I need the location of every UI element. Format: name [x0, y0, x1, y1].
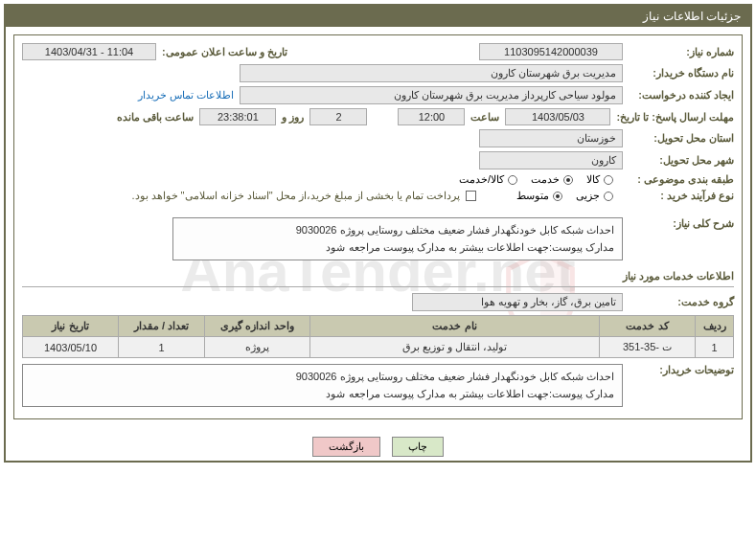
process-label: نوع فرآیند خرید : — [629, 190, 734, 202]
buyer-org-label: نام دستگاه خریدار: — [629, 67, 734, 79]
contact-link[interactable]: اطلاعات تماس خریدار — [138, 89, 234, 102]
th-qty: تعداد / مقدار — [119, 316, 205, 337]
cell-code: ت -35-351 — [600, 337, 696, 358]
button-row: چاپ بازگشت — [6, 427, 750, 461]
service-group-field: تامین برق، گاز، بخار و تهویه هوا — [412, 293, 623, 311]
need-number-label: شماره نیاز: — [629, 46, 734, 58]
announce-label: تاریخ و ساعت اعلان عمومی: — [162, 46, 287, 58]
main-panel: جزئیات اطلاعات نیاز شماره نیاز: 11030951… — [4, 4, 752, 463]
province-label: استان محل تحویل: — [629, 132, 734, 145]
back-button[interactable]: بازگشت — [312, 437, 380, 457]
province-field: خوزستان — [479, 129, 623, 147]
cell-date: 1403/05/10 — [23, 337, 119, 358]
cell-qty: 1 — [119, 337, 205, 358]
panel-title: جزئیات اطلاعات نیاز — [6, 6, 750, 27]
days-label: روز و — [282, 111, 304, 124]
cell-unit: پروژه — [205, 337, 310, 358]
print-button[interactable]: چاپ — [392, 437, 444, 457]
radio-medium-label: متوسط — [516, 190, 549, 202]
city-field: کارون — [479, 151, 623, 169]
payment-note: پرداخت تمام یا بخشی از مبلغ خرید،از محل … — [131, 190, 460, 202]
radio-goods-service-label: کالا/خدمت — [459, 173, 504, 186]
deadline-date-field: 1403/05/03 — [505, 108, 610, 125]
buyer-notes-box: احداث شبکه کابل خودنگهدار فشار ضعیف مختل… — [22, 364, 623, 407]
remaining-time-field: 23:38:01 — [199, 108, 276, 125]
days-field: 2 — [309, 108, 367, 125]
radio-service[interactable]: خدمت — [531, 173, 573, 186]
table-row: 1 ت -35-351 توليد، انتقال و توزيع برق پر… — [23, 337, 734, 358]
th-name: نام خدمت — [310, 316, 600, 337]
service-group-label: گروه خدمت: — [629, 296, 734, 308]
deadline-time-field: 12:00 — [398, 108, 465, 125]
requester-field: مولود سیاحی کارپرداز مدیریت برق شهرستان … — [240, 86, 623, 104]
th-code: کد خدمت — [600, 316, 696, 337]
services-section-title: اطلاعات خدمات مورد نیاز — [22, 266, 734, 287]
general-desc-label: شرح کلی نیاز: — [629, 217, 734, 230]
category-label: طبقه بندی موضوعی : — [629, 173, 734, 186]
process-radio-group: جزیی متوسط — [516, 190, 613, 202]
radio-goods-label: کالا — [586, 173, 600, 186]
th-row: ردیف — [696, 316, 734, 337]
table-header-row: ردیف کد خدمت نام خدمت واحد اندازه گیری ت… — [23, 316, 734, 337]
cell-name: توليد، انتقال و توزيع برق — [310, 337, 600, 358]
requester-label: ایجاد کننده درخواست: — [629, 89, 734, 102]
radio-goods[interactable]: کالا — [586, 173, 613, 186]
general-desc-box: احداث شبکه کابل خودنگهدار فشار ضعیف مختل… — [172, 217, 623, 260]
services-table: ردیف کد خدمت نام خدمت واحد اندازه گیری ت… — [22, 315, 734, 358]
time-label: ساعت — [470, 111, 499, 124]
buyer-org-field: مدیریت برق شهرستان کارون — [240, 64, 623, 82]
announce-field: 1403/04/31 - 11:04 — [22, 43, 156, 60]
radio-goods-service[interactable]: کالا/خدمت — [459, 173, 517, 186]
radio-minor[interactable]: جزیی — [576, 190, 613, 202]
th-unit: واحد اندازه گیری — [205, 316, 310, 337]
panel-body: شماره نیاز: 1103095142000039 تاریخ و ساع… — [13, 34, 743, 419]
remaining-label: ساعت باقی مانده — [117, 111, 194, 124]
buyer-notes-label: توضیحات خریدار: — [629, 364, 734, 376]
th-date: تاریخ نیاز — [23, 316, 119, 337]
radio-service-label: خدمت — [531, 173, 560, 186]
payment-checkbox[interactable] — [466, 191, 476, 201]
deadline-label: مهلت ارسال پاسخ: تا تاریخ: — [616, 111, 734, 124]
city-label: شهر محل تحویل: — [629, 154, 734, 167]
cell-row: 1 — [696, 337, 734, 358]
category-radio-group: کالا خدمت کالا/خدمت — [459, 173, 613, 186]
radio-medium[interactable]: متوسط — [516, 190, 562, 202]
radio-minor-label: جزیی — [576, 190, 600, 202]
need-number-field: 1103095142000039 — [479, 43, 623, 60]
